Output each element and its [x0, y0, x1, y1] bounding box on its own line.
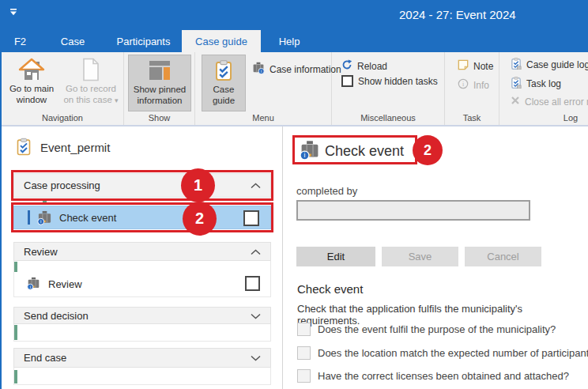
svg-text:i: i	[304, 151, 306, 159]
section-body-end-case	[13, 368, 271, 385]
question-row: Have the correct licenses been obtained …	[297, 369, 569, 383]
completed-by-input[interactable]	[296, 200, 530, 221]
close-all-error-label: Close all error r	[525, 96, 588, 108]
event-permit-clipboard-icon	[16, 138, 32, 159]
show-pinned-information-label: Show pinned information	[129, 84, 190, 106]
question-checkbox-3[interactable]	[297, 369, 311, 383]
question-label-1: Does the event fulfil the purpose of the…	[318, 323, 556, 335]
group-label-show: Show	[124, 113, 194, 123]
panel-divider	[282, 127, 283, 389]
chevron-up-icon	[251, 179, 261, 191]
case-information-label: Case information	[270, 64, 341, 75]
svg-text:i: i	[462, 81, 465, 88]
task-log-label: Task log	[526, 78, 561, 89]
section-header-end-case[interactable]: End case	[13, 348, 271, 368]
ribbon-group-navigation: Go to main window Go to record on this c…	[2, 52, 124, 125]
show-pinned-information-button[interactable]: Show pinned information	[128, 55, 191, 111]
home-icon	[18, 56, 45, 83]
case-information-button[interactable]: i Case information	[252, 62, 341, 77]
record-page-icon	[81, 56, 100, 83]
question-checkbox-2[interactable]	[297, 346, 311, 360]
progress-bar-send-decision	[14, 325, 17, 340]
close-x-icon	[511, 96, 520, 108]
go-to-main-window-label: Go to main window	[5, 83, 58, 105]
save-button[interactable]: Save	[382, 247, 458, 266]
group-label-miscellaneous: Miscellaneous	[332, 113, 444, 123]
case-guide-button[interactable]: Case guide	[202, 55, 246, 111]
question-row: Does the location match the expected num…	[297, 346, 588, 360]
ribbon: Go to main window Go to record on this c…	[0, 52, 588, 127]
svg-text:i: i	[261, 69, 262, 74]
note-icon	[458, 59, 469, 73]
group-label-menu: Menu	[195, 113, 331, 123]
chevron-down-icon	[251, 310, 261, 322]
svg-text:i: i	[30, 285, 31, 289]
question-label-2: Does the location match the expected num…	[318, 346, 588, 359]
note-button[interactable]: Note	[458, 59, 493, 73]
section-body-review: i Review	[13, 261, 271, 297]
task-label-review: Review	[48, 278, 82, 290]
section-header-review[interactable]: Review	[13, 242, 271, 261]
group-label-task: Task	[445, 113, 499, 123]
detail-title: Check event	[325, 143, 404, 160]
section-header-case-processing[interactable]: Case processing	[13, 173, 271, 198]
case-information-icon: i	[252, 62, 265, 77]
ribbon-group-miscellaneous: Reload Show hidden tasks Miscellaneous	[332, 52, 445, 125]
tab-case-guide[interactable]: Case guide	[182, 30, 261, 52]
section-body-send-decision	[13, 324, 271, 342]
info-button[interactable]: i Info	[458, 78, 489, 92]
tab-case[interactable]: Case	[40, 30, 105, 52]
reload-label: Reload	[357, 61, 387, 72]
title-bar: 2024 - 27: Event 2024	[0, 0, 588, 30]
section-label-end-case: End case	[24, 352, 251, 364]
question-checkbox-1[interactable]	[297, 323, 311, 336]
case-guide-button-label: Case guide	[202, 84, 245, 106]
ribbon-group-show: Show pinned information Show	[124, 52, 195, 125]
pinned-layout-icon	[148, 57, 172, 84]
group-label-navigation: Navigation	[2, 113, 123, 123]
question-label-3: Have the correct licenses been obtained …	[318, 369, 569, 382]
group-label-log: Log	[499, 113, 588, 123]
svg-text:i: i	[40, 218, 41, 224]
chevron-up-icon	[251, 246, 261, 258]
go-to-main-window-button[interactable]: Go to main window	[5, 55, 58, 111]
window-left-border	[0, 30, 2, 389]
quick-access-pin-icon[interactable]	[9, 5, 17, 19]
section-header-send-decision[interactable]: Send decision	[13, 307, 271, 324]
info-label: Info	[473, 80, 489, 91]
task-briefcase-icon: i	[27, 277, 40, 290]
section-label-case-processing: Case processing	[24, 179, 251, 191]
task-log-button[interactable]: Task log	[511, 77, 561, 91]
check-event-checkbox[interactable]	[243, 210, 259, 226]
tab-participants[interactable]: Participants	[105, 30, 182, 52]
window-title: 2024 - 27: Event 2024	[399, 8, 516, 21]
task-briefcase-icon: i	[37, 210, 52, 225]
detail-briefcase-icon: i	[300, 140, 320, 164]
task-row-check-event[interactable]: i Check event	[13, 206, 271, 229]
reload-icon	[341, 59, 352, 73]
task-label-check-event: Check event	[59, 212, 116, 224]
go-to-record-button[interactable]: Go to record on this case ▾	[60, 55, 122, 111]
review-checkbox[interactable]	[245, 276, 260, 291]
case-guide-log-icon	[511, 58, 522, 72]
tab-f2[interactable]: F2	[0, 30, 40, 52]
section-label-review: Review	[24, 246, 251, 258]
case-guide-log-label: Case guide log	[526, 59, 588, 70]
progress-bar-review	[14, 262, 17, 272]
reload-button[interactable]: Reload	[341, 59, 387, 73]
dropdown-arrow-icon: ▾	[115, 96, 119, 104]
case-guide-title: Event_permit	[40, 141, 110, 154]
close-all-error-button[interactable]: Close all error r	[511, 96, 588, 108]
menu-tab-bar: F2 Case Participants Case guide Help	[0, 30, 588, 52]
show-hidden-tasks-label: Show hidden tasks	[358, 76, 438, 87]
cancel-button[interactable]: Cancel	[465, 247, 541, 266]
selected-accent-bar	[28, 210, 30, 225]
progress-notch	[43, 199, 47, 204]
tab-help[interactable]: Help	[261, 30, 318, 52]
case-guide-log-button[interactable]: Case guide log	[511, 58, 588, 72]
ribbon-group-task: Note i Info Task	[445, 52, 499, 125]
task-log-icon	[511, 77, 522, 91]
section-label-send-decision: Send decision	[24, 310, 251, 322]
edit-button[interactable]: Edit	[296, 247, 375, 266]
show-hidden-tasks-checkbox[interactable]	[341, 75, 353, 87]
